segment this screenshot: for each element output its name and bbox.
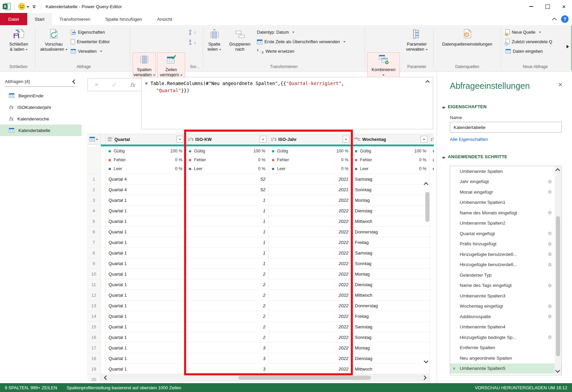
cell[interactable]: Montag	[352, 343, 429, 353]
tab-start[interactable]: Start	[27, 13, 52, 25]
cell[interactable]: Quartal 1	[105, 206, 185, 216]
gear-icon[interactable]: ⚙	[548, 189, 552, 195]
query-name-input[interactable]	[450, 122, 562, 133]
cell[interactable]: 2022	[268, 279, 352, 290]
applied-step[interactable]: Quartal eingefügt⚙	[450, 228, 561, 239]
gear-icon[interactable]: ⚙	[548, 314, 552, 319]
cell[interactable]: 1	[185, 227, 268, 237]
applied-step[interactable]: Hinzugefügte benutzerdefi...⚙	[450, 260, 561, 270]
cell[interactable]: Mittwoch	[352, 364, 429, 374]
cell[interactable]: Quartal 1	[105, 311, 185, 322]
cell[interactable]: Donnerstag	[352, 300, 429, 311]
cell[interactable]: 1	[185, 237, 268, 248]
cell[interactable]: 2022	[268, 216, 352, 227]
collapse-formula-icon[interactable]	[425, 80, 430, 83]
grid-select-all-button[interactable]	[87, 134, 101, 144]
cell[interactable]: 1	[185, 216, 268, 227]
filter-dropdown-icon[interactable]	[260, 136, 266, 143]
cell[interactable]: 2	[185, 279, 268, 290]
cell[interactable]: 2022	[268, 322, 352, 332]
close-and-load-button[interactable]: Schließen & laden	[6, 27, 31, 62]
cell[interactable]: Samstag	[352, 322, 429, 332]
applied-step[interactable]: Umbenannte Spalten4	[450, 322, 561, 332]
horizontal-scroll-thumb[interactable]	[238, 376, 371, 380]
datentyp-button[interactable]: Datentyp: Datum	[257, 28, 294, 36]
cell[interactable]: 2022	[268, 269, 352, 279]
ribbon-expand-icon[interactable]	[567, 45, 571, 48]
applied-step[interactable]: Hinzugefügte benutzerdefi...⚙	[450, 249, 561, 260]
cell[interactable]: 3	[185, 353, 268, 364]
cell[interactable]: Quartal 1	[105, 279, 185, 290]
neue-quelle-button[interactable]: Neue Quelle	[506, 28, 541, 36]
scroll-down-icon[interactable]	[555, 370, 560, 373]
applied-step[interactable]: Umbenannte Spalten	[450, 166, 561, 177]
cell[interactable]: Quartal 1	[105, 332, 185, 343]
applied-step[interactable]: Additionsspalte⚙	[450, 311, 561, 322]
cell[interactable]: Samstag	[352, 174, 429, 184]
cell[interactable]: Freitag	[352, 237, 429, 248]
cancel-formula-icon[interactable]: ×	[95, 81, 98, 88]
close-button[interactable]: ×	[556, 0, 572, 13]
cell[interactable]: 2	[185, 311, 268, 322]
minimize-button[interactable]	[523, 0, 539, 13]
column-header-iso-jahr[interactable]: 123ISO-Jahr	[268, 134, 352, 144]
steps-scrollbar[interactable]	[555, 166, 561, 375]
cell[interactable]: 2022	[268, 206, 352, 216]
tab-datei[interactable]: Datei	[0, 13, 27, 25]
cell[interactable]: Sonntag	[352, 332, 429, 343]
formula-input[interactable]: = Table.RenameColumns(#"Neu angeordnete …	[141, 77, 433, 129]
spalte-teilen-button[interactable]: Spalte teilen	[204, 27, 225, 62]
erste-zeile-button[interactable]: Erste Zeile als Überschriften verwenden	[257, 37, 345, 46]
cell[interactable]: Quartal 1	[105, 195, 185, 206]
gear-icon[interactable]: ⚙	[548, 179, 552, 184]
cell[interactable]: 2022	[268, 300, 352, 311]
smiley-feedback-icon[interactable]	[18, 3, 26, 10]
applied-step[interactable]: Wochentag eingefügt⚙	[450, 301, 561, 312]
cell[interactable]: 2	[185, 332, 268, 343]
cell[interactable]: Dienstag	[352, 353, 429, 364]
cell[interactable]: Quartal 1	[105, 216, 185, 227]
cell[interactable]: Quartal 1	[105, 258, 185, 269]
cell[interactable]: Quartal 1	[105, 353, 185, 364]
cell[interactable]: 2022	[268, 237, 352, 248]
erweiterter-editor-button[interactable]: Erweiterter Editor	[71, 37, 110, 46]
cell[interactable]: Quartal 4	[105, 174, 185, 184]
cell[interactable]: Quartal 4	[105, 184, 185, 195]
cell[interactable]: Quartal 1	[105, 364, 185, 374]
cell[interactable]: 2022	[268, 248, 352, 258]
cell[interactable]: 1	[185, 206, 268, 216]
cell[interactable]: 2022	[268, 332, 352, 343]
werte-ersetzen-button[interactable]: 1→2 Werte ersetzen	[257, 47, 294, 55]
verwalten-button[interactable]: Verwalten	[71, 47, 102, 55]
all-properties-link[interactable]: Alle Eigenschaften	[450, 137, 488, 142]
cell[interactable]: 52	[185, 174, 268, 184]
tab-spalte-hinzufügen[interactable]: Spalte hinzufügen	[98, 13, 150, 25]
delete-step-icon[interactable]: ×	[453, 365, 456, 371]
datenquelleneinstellungen-button[interactable]: ⚙ Datenquelleneinstellungen	[436, 27, 499, 62]
applied-step[interactable]: Jahr eingefügt⚙	[450, 177, 561, 187]
column-header-iso-kw[interactable]: 123ISO-KW	[185, 134, 268, 144]
cell[interactable]: Quartal 1	[105, 227, 185, 237]
refresh-preview-button[interactable]: Vorschau aktualisieren	[40, 27, 67, 62]
smiley-dropdown-icon[interactable]	[27, 6, 29, 9]
scroll-left-icon[interactable]	[101, 374, 110, 382]
horizontal-scrollbar[interactable]	[101, 374, 429, 382]
cell[interactable]: Quartal 1	[105, 322, 185, 332]
cell[interactable]: 2	[185, 290, 268, 300]
cell[interactable]: 1	[185, 195, 268, 206]
applied-step[interactable]: Geänderter Typ	[450, 270, 561, 280]
maximize-button[interactable]	[539, 0, 556, 13]
column-header-wochentag[interactable]: ABCWochentag	[352, 134, 429, 144]
cell[interactable]: 2	[185, 322, 268, 332]
cell[interactable]: 3	[185, 364, 268, 374]
cell[interactable]: 2022	[268, 258, 352, 269]
cell[interactable]: 2022	[268, 343, 352, 353]
applied-step[interactable]: Entfernte Spalten	[450, 343, 561, 353]
cell[interactable]: Quartal 1	[105, 237, 185, 248]
gear-icon[interactable]: ⚙	[548, 241, 552, 247]
cell[interactable]: Sonntag	[352, 258, 429, 269]
cell[interactable]: Quartal 1	[105, 248, 185, 258]
filter-dropdown-icon[interactable]	[343, 136, 349, 143]
commit-formula-icon[interactable]: ✓	[112, 82, 116, 88]
cell[interactable]: Mittwoch	[352, 216, 429, 227]
